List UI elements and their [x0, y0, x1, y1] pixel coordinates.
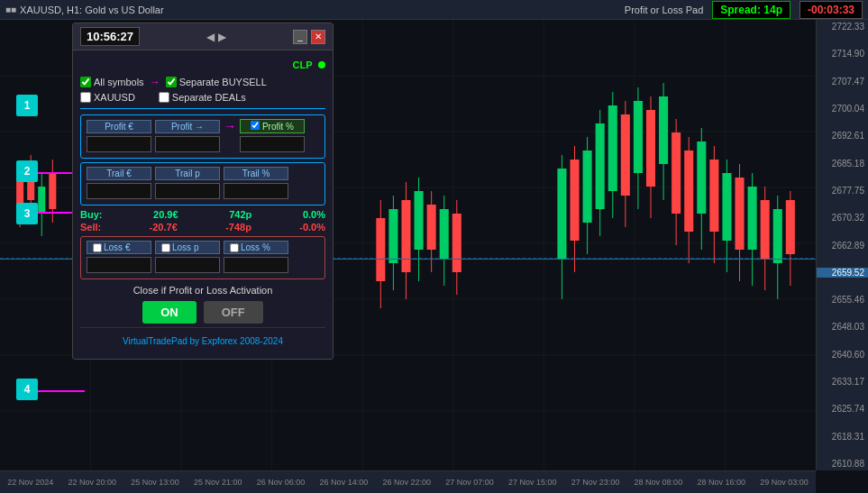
- arrow-icon: →: [150, 76, 160, 88]
- profit-p-input[interactable]: 10: [155, 136, 220, 152]
- time-10: 27 Nov 23:00: [571, 478, 620, 487]
- buy-profit: 20.9€: [153, 209, 178, 220]
- xauusd-label: XAUUSD: [94, 92, 135, 103]
- chart-title: XAUUSD, H1: Gold vs US Dollar: [20, 5, 164, 15]
- label-3: 3: [16, 203, 38, 224]
- time-11: 28 Nov 08:00: [635, 478, 683, 487]
- time-axis: 22 Nov 2024 22 Nov 20:00 25 Nov 13:00 25…: [0, 470, 816, 493]
- price-2700: 2700.04: [817, 104, 868, 114]
- off-button[interactable]: OFF: [204, 301, 263, 324]
- trail-p-label: Trail p: [155, 167, 220, 180]
- separate-deals-input[interactable]: [159, 92, 169, 103]
- svg-rect-73: [773, 209, 782, 263]
- svg-rect-39: [557, 169, 566, 259]
- svg-rect-61: [697, 142, 706, 214]
- profit-pct-input[interactable]: 5: [240, 136, 305, 152]
- toggle-row: ON OFF: [80, 301, 325, 324]
- clp-text: CLP: [293, 59, 313, 70]
- sell-profit: -20.7€: [150, 222, 178, 233]
- trading-panel: 10:56:27 ◀ ▶ _ ✕ CLP All symbols → Separ…: [72, 23, 333, 360]
- loss-inputs-row: -10 -100 -10: [87, 257, 319, 273]
- sell-label: Sell:: [80, 222, 101, 233]
- trail-pct-label: Trail %: [224, 167, 288, 180]
- price-2722: 2722.33: [817, 22, 868, 32]
- close-label: Close if Profit or Loss Activation: [80, 285, 325, 296]
- svg-rect-37: [452, 214, 461, 272]
- trail-section: Trail € Trail p Trail % 5 5 5: [80, 162, 325, 205]
- label-1: 1: [16, 95, 38, 116]
- buy-label: Buy:: [80, 209, 102, 220]
- time-1: 22 Nov 2024: [7, 478, 53, 487]
- separate-buysell-input[interactable]: [166, 77, 177, 87]
- loss-eur-label: Loss €: [87, 241, 151, 254]
- svg-rect-41: [570, 160, 579, 241]
- close-btn[interactable]: ✕: [311, 30, 325, 44]
- svg-rect-49: [621, 114, 630, 196]
- nav-next-btn[interactable]: ▶: [218, 31, 226, 43]
- loss-labels-row: Loss € Loss p Loss %: [87, 241, 319, 254]
- svg-rect-25: [376, 218, 385, 281]
- buy-row: Buy: 20.9€ 742p 0.0%: [80, 209, 325, 220]
- buy-pct: 0.0%: [303, 209, 325, 220]
- loss-pct-input[interactable]: -10: [224, 257, 288, 273]
- minimize-btn[interactable]: _: [293, 30, 307, 44]
- price-2618: 2618.31: [817, 432, 868, 442]
- footer-text: VirtualTradePad by Expforex 2008-2024: [123, 336, 283, 346]
- on-button[interactable]: ON: [142, 301, 196, 324]
- price-2677: 2677.75: [817, 186, 868, 196]
- svg-rect-43: [583, 151, 592, 223]
- timer-display: -00:03:33: [799, 1, 863, 19]
- spread-label: Spread: 14p: [720, 4, 782, 16]
- svg-rect-31: [415, 191, 424, 250]
- svg-rect-59: [684, 151, 693, 232]
- loss-section: Loss € Loss p Loss % -10 -100 -10: [80, 236, 325, 279]
- divider-1: [80, 108, 325, 109]
- xauusd-input[interactable]: [80, 92, 91, 103]
- loss-p-label: Loss p: [155, 241, 220, 254]
- time-12: 28 Nov 16:00: [697, 478, 745, 487]
- loss-pct-check[interactable]: [230, 243, 239, 252]
- profit-eur-input[interactable]: 0: [87, 136, 151, 152]
- trail-inputs-row: 5 5 5: [87, 183, 319, 199]
- profit-inputs-row: 0 10 → 5: [87, 136, 319, 152]
- close-section: Close if Profit or Loss Activation ON OF…: [80, 285, 325, 324]
- loss-p-label-text: Loss p: [172, 242, 198, 252]
- separate-deals-check[interactable]: Separate DEALs: [159, 92, 246, 103]
- svg-rect-65: [722, 173, 731, 241]
- trail-p-input[interactable]: 5: [155, 183, 220, 199]
- clp-row: CLP: [80, 56, 325, 72]
- svg-rect-27: [388, 209, 397, 263]
- svg-rect-55: [659, 96, 668, 164]
- checkbox-row-2: XAUUSD Separate DEALs: [80, 92, 325, 103]
- label-4: 4: [16, 379, 38, 400]
- loss-p-input[interactable]: -100: [155, 257, 220, 273]
- svg-rect-63: [709, 160, 718, 232]
- svg-rect-69: [748, 187, 757, 250]
- all-symbols-check[interactable]: All symbols: [80, 77, 144, 87]
- loss-p-check[interactable]: [161, 243, 170, 252]
- all-symbols-input[interactable]: [80, 77, 91, 87]
- trail-eur-input[interactable]: 5: [87, 183, 151, 199]
- trail-labels-row: Trail € Trail p Trail %: [87, 167, 319, 180]
- price-2662: 2662.89: [817, 241, 868, 251]
- trail-eur-label: Trail €: [87, 167, 151, 180]
- arrow-line-4: [38, 390, 85, 392]
- xauusd-check[interactable]: XAUUSD: [80, 92, 135, 103]
- sell-pips: -748p: [225, 222, 251, 233]
- price-2655: 2655.46: [817, 295, 868, 305]
- profit-p-label: Profit →: [155, 120, 220, 133]
- price-2692: 2692.61: [817, 131, 868, 141]
- profit-pct-check[interactable]: [251, 121, 260, 130]
- price-2714: 2714.90: [817, 49, 868, 59]
- trail-pct-input[interactable]: 5: [224, 183, 288, 199]
- nav-prev-btn[interactable]: ◀: [206, 31, 215, 43]
- time-8: 27 Nov 07:00: [445, 478, 494, 487]
- top-bar-right: Profit or Loss Pad Spread: 14p -00:03:33: [625, 1, 863, 19]
- buy-pips: 742p: [229, 209, 251, 220]
- separate-buysell-check[interactable]: Separate BUYSELL: [166, 77, 267, 87]
- loss-eur-input[interactable]: -10: [87, 257, 151, 273]
- price-2648: 2648.03: [817, 322, 868, 332]
- label-2: 2: [16, 160, 38, 182]
- loss-eur-check[interactable]: [93, 243, 102, 252]
- panel-nav: ◀ ▶: [206, 31, 226, 43]
